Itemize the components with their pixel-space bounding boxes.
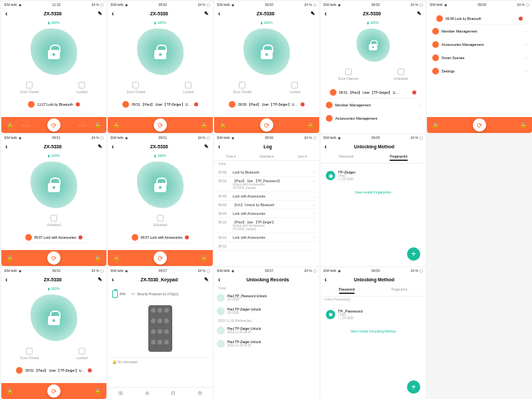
alert-row[interactable]: 09:07 Lock with Accessories <box>128 232 194 243</box>
view-invalid-link[interactable]: View Invalid Fingerprints <box>321 188 426 197</box>
edit-icon[interactable]: ✎ <box>311 11 315 17</box>
log-item[interactable]: 09:49Lock with Accessories⌂ <box>217 192 317 201</box>
unlock-slider[interactable]: 🔒⟳🔓 <box>427 117 532 133</box>
edit-icon[interactable]: ✎ <box>204 144 209 150</box>
method-tabs[interactable]: PasswordFingerprint <box>321 285 426 297</box>
record-item[interactable]: Paul TP-Zeiger Unlock2022-11-18 18:25 <box>214 324 319 337</box>
alert-row[interactable]: 09:51 【Paul】 User 【TP-Zeiger】 U… <box>326 87 420 98</box>
edit-icon[interactable]: ✎ <box>98 11 102 17</box>
log-item[interactable]: 09:12Lock with Accessories⌂ <box>217 233 317 242</box>
log-item[interactable]: 09:10【Paul】 Use 【TP-Zeiger】Unlock with A… <box>217 218 317 233</box>
alert-row[interactable]: 09:51 【Paul】 User 【TP-Zeiger】 U… <box>12 365 95 376</box>
page-title: ZX-5330 <box>7 11 98 16</box>
edit-icon[interactable]: ✎ <box>204 11 209 17</box>
record-item[interactable]: Paul TP_Password UnlockZX-5330 <box>214 291 319 305</box>
unlock-slider[interactable]: 🔒⟳🔓 <box>108 117 213 133</box>
record-item[interactable]: Paul TP-Zeiger UnlockZX-5330 <box>214 305 319 318</box>
edit-icon[interactable]: ✎ <box>98 144 102 150</box>
lock-screen-11: SIM fehlt◉09:5224 %▢ ‹ZX-5330✎ ▮ 100% Do… <box>1 267 106 399</box>
avatar <box>217 294 225 302</box>
alert-row[interactable]: 09:51 【Paul】 User 【TP-Zeiger】 U… <box>118 99 201 110</box>
status-bar: SIM fehlt◉11:3224 %▢ <box>1 1 106 8</box>
log-item[interactable]: 09:12 <box>217 242 317 251</box>
menu-scenes[interactable]: Smart Scenes› <box>430 52 529 64</box>
keypad-image <box>148 305 172 352</box>
menu-member[interactable]: Member Management› <box>430 25 529 37</box>
lock-visual <box>31 29 77 75</box>
password-item[interactable]: ✱ TP_Password▪ Paul▢ ZX-5330 <box>323 305 423 324</box>
unlock-slider[interactable]: 🔒⟳🔓 <box>1 383 106 399</box>
log-item[interactable]: 09:49Lock with Accessories⌂ <box>217 209 317 218</box>
bell-icon <box>28 101 35 108</box>
lock-screen-3: SIM fehlt◉09:5024 %▢ ‹ZX-5330✎ ▮ 100% Do… <box>214 1 319 133</box>
page-title: Unlocking Method <box>327 277 422 282</box>
lock-screen-6: SIM fehlt◉09:5124 %▢ ‹ZX-5330✎ ▮ 100% Un… <box>1 134 106 266</box>
password-icon: ✱ <box>326 310 335 319</box>
menu-member[interactable]: Member Management› <box>323 99 423 111</box>
unlock-method-pw-screen: SIM fehlt◉09:0924 %▢ ‹Unlocking Method P… <box>321 267 426 399</box>
lock-screen-1: SIM fehlt◉11:3224 %▢ ‹ZX-5330✎ ▮ 100% Do… <box>1 1 106 133</box>
unlock-method-fp-screen: SIM fehlt◉09:0824 %▢ ‹Unlocking Method P… <box>321 134 426 266</box>
log-item[interactable]: 09:56Lock by Bluetooth⌂ <box>217 168 317 177</box>
log-item[interactable]: 09:49【Ich】 Unlock by Bluetooth⌂ <box>217 201 317 209</box>
view-invalid-link[interactable]: View Invalid Unlocking Method <box>321 327 426 336</box>
edit-icon[interactable]: ✎ <box>98 277 102 283</box>
nav-icon[interactable]: ⊞ <box>118 390 123 396</box>
log-screen: SIM fehlt◉09:5624 %▢ ‹Log Time ▾Operate … <box>214 134 319 266</box>
battery-level: ▮ 100% <box>48 21 59 25</box>
member-icon <box>326 102 332 108</box>
record-item[interactable]: Paul TP-Zeiger Unlock2022-11-18 18:25 <box>214 337 319 350</box>
lock-icon <box>48 45 60 59</box>
method-tabs[interactable]: PasswordFingerprint <box>321 152 426 164</box>
door-icon <box>26 82 33 88</box>
alert-row[interactable]: 09:09 Lock by Bluetooth <box>432 13 527 24</box>
unlock-slider[interactable]: 🔒‹ ‹ ‹⟳› › ›🔓 <box>1 117 106 133</box>
add-button[interactable]: + <box>407 247 420 261</box>
nav-icon[interactable]: ⚙ <box>198 390 202 396</box>
nav-icon[interactable]: ⊕ <box>145 390 150 396</box>
menu-accessories[interactable]: Accessories Management› <box>323 112 423 124</box>
lock-menu-screen-2: SIM fehlt◉09:0924 %▢ 09:09 Lock by Bluet… <box>427 1 532 133</box>
records-screen: SIM fehlt◉09:5724 %▢ ‹Unlocking Records … <box>214 267 319 399</box>
page-title: ZX-5330_Keypad <box>114 277 204 282</box>
fingerprint-item[interactable]: ◉ TP-Zeiger▪ Paul▢ ZX-5330 <box>323 166 423 185</box>
page-title: Unlocking Records <box>220 277 315 282</box>
alert-row[interactable]: 09:07 Lock with Accessories <box>21 232 87 243</box>
alert-row[interactable]: 11:27 Lock by Bluetooth <box>24 99 84 110</box>
accessories-icon <box>326 115 332 122</box>
log-item[interactable]: 09:53【Paul】 Use 【TP_Password】Unlock with… <box>217 177 317 192</box>
lock-screen-7: SIM fehlt◉09:5124 %▢ ‹ZX-5330✎ ▮ 100% Un… <box>108 134 213 266</box>
bottom-nav[interactable]: ⊞⊕⊟⚙ <box>108 387 213 399</box>
slider-handle[interactable]: ⟳ <box>47 118 61 132</box>
menu-accessories[interactable]: Accessories Management› <box>430 39 529 51</box>
lock-menu-screen-1: SIM fehlt◉09:5024 %▢ ‹ZX-5330✎ ▮ 100% Do… <box>321 1 426 133</box>
log-tabs[interactable]: Time ▾Operate ▾User ▾ <box>214 152 319 161</box>
alert-row[interactable]: 09:50 【Paul】 User 【TP-Zeiger】 U… <box>225 99 308 110</box>
unlock-slider[interactable]: 🔒⟳🔓 <box>214 117 319 133</box>
nav-icon[interactable]: ⊟ <box>171 390 176 396</box>
lock-screen-2: SIM fehlt◉09:5024 %▢ ‹ZX-5330✎ ▮ 100% Do… <box>108 1 213 133</box>
edit-icon[interactable]: ✎ <box>204 277 209 283</box>
add-button[interactable]: + <box>407 380 420 394</box>
battery-icon <box>112 290 118 298</box>
fingerprint-icon: ◉ <box>326 171 335 180</box>
edit-icon[interactable]: ✎ <box>417 11 422 17</box>
unlock-slider[interactable]: 🔒⟳🔓 <box>1 250 106 266</box>
keypad-screen: SIM fehlt◉09:5724 %▢ ‹ZX-5330_Keypad✎ 84… <box>108 267 213 399</box>
menu-settings[interactable]: Settings› <box>430 65 529 77</box>
unlock-slider[interactable]: 🔒⟳🔓 <box>108 250 213 266</box>
page-title: Log <box>220 144 315 149</box>
page-title: Unlocking Method <box>327 144 422 149</box>
locked-icon <box>78 82 85 88</box>
